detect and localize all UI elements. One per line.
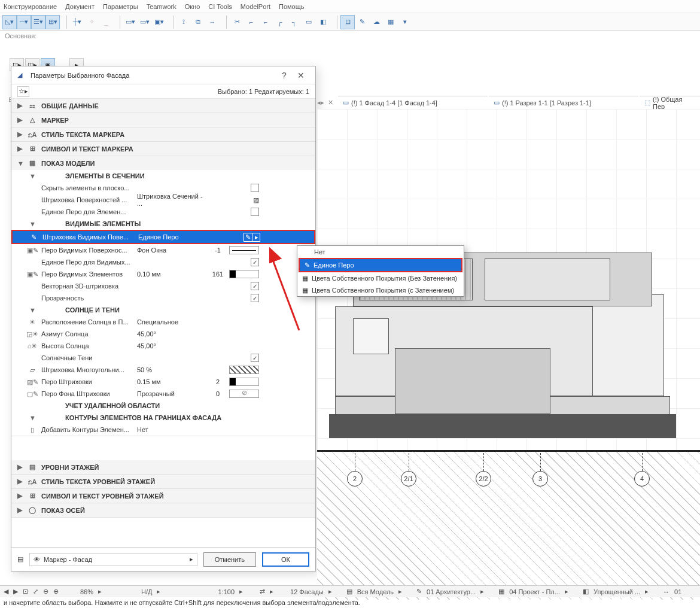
tool-expand[interactable]: ▾	[398, 15, 412, 29]
menu-teamwork[interactable]: Teamwork	[147, 3, 176, 10]
zoom-value[interactable]: 86%	[80, 588, 93, 595]
tool-angle[interactable]: ✧	[84, 15, 99, 29]
group-visible-elements[interactable]: ▼ВИДИМЫЕ ЭЛЕМЕНТЫ	[11, 218, 315, 230]
zoom-fit-icon[interactable]: ⤢	[33, 588, 38, 595]
group-boundary-contours[interactable]: ▼КОНТУРЫ ЭЛЕМЕНТОВ НА ГРАНИЦАХ ФАСАДА	[11, 412, 315, 424]
zoom-rect-icon[interactable]: ⊡	[23, 588, 28, 595]
section-story-levels[interactable]: ▶▤УРОВНИ ЭТАЖЕЙ	[11, 460, 315, 474]
tool-mod4[interactable]: ┐	[287, 15, 302, 29]
tool-grid2[interactable]: ┼▾	[70, 15, 84, 29]
row-add-contours[interactable]: ▯Добавить Контуры Элемен...Нет	[11, 424, 315, 436]
tab-expand-left[interactable]: ◂▸	[317, 99, 324, 107]
tool-snap[interactable]: ⊞▾	[45, 15, 60, 29]
menu-konstr[interactable]: Конструирование	[4, 3, 57, 10]
vector3d-cbx[interactable]: ✓	[251, 282, 259, 290]
single-pen-vis-cbx[interactable]: ✓	[251, 258, 259, 266]
section-story-symbol[interactable]: ▶⊞СИМВОЛ И ТЕКСТ УРОВНЕЙ ЭТАЖЕЙ	[11, 489, 315, 503]
tab-close-prev[interactable]: ✕	[328, 99, 333, 107]
tab-section-1-1[interactable]: ▭(!) 1 Разрез 1-1 [1 Разрез 1-1]	[489, 96, 638, 109]
menu-doc[interactable]: Документ	[65, 3, 95, 10]
nav-right-icon[interactable]: ▶	[13, 588, 18, 595]
tool-rect[interactable]: ▭▾	[123, 15, 138, 29]
popup-item-own-colors[interactable]: ▦Цвета Собственного Покрытия (Без Затене…	[297, 272, 464, 284]
status-dim[interactable]: 01	[674, 588, 681, 595]
section-marker[interactable]: ▶△МАРКЕР	[11, 113, 315, 127]
status-go[interactable]: Упрощенный ...	[594, 588, 640, 595]
tool-select[interactable]: ⊡	[340, 15, 355, 29]
section-marker-symbol[interactable]: ▶⊞СИМВОЛ И ТЕКСТ МАРКЕРА	[11, 142, 315, 156]
group-sun-shadow[interactable]: ▼СОЛНЦЕ И ТЕНИ	[11, 304, 315, 316]
popup-item-single-pen[interactable]: ✎Единое Перо	[299, 258, 462, 272]
tool-ruler[interactable]: ⧉	[191, 15, 205, 29]
row-poly-hatch[interactable]: ▱Штриховка Многоугольни...50 %	[11, 364, 315, 376]
tool-mod5[interactable]: ▭	[302, 15, 316, 29]
menu-window[interactable]: Окно	[185, 3, 200, 10]
row-visible-surf-hatch[interactable]: ✎Штриховка Видимых Пове...Единое Перо✎│▸	[11, 230, 315, 244]
tool-tape[interactable]: ↔	[205, 15, 220, 29]
tool-grid[interactable]: ☰▾	[31, 15, 45, 29]
popup-item-none[interactable]: Нет	[297, 246, 464, 258]
section-model-display[interactable]: ▼▦ПОКАЗ МОДЕЛИ	[11, 156, 315, 170]
tool-mod1[interactable]: ⌐	[244, 15, 258, 29]
row-hatch-pen[interactable]: ▨✎Перо Штриховки0.15 мм2	[11, 376, 315, 388]
row-sun-azimuth[interactable]: ◲☀Азимут Солнца45,00°	[11, 328, 315, 340]
row-surface-hatch[interactable]: Штриховка Поверхностей ...Штриховка Сече…	[11, 194, 315, 206]
status-view[interactable]: 12 Фасады	[290, 588, 324, 595]
menu-modelport[interactable]: ModelPort	[241, 3, 270, 10]
section-marker-text[interactable]: ▶⎌AСТИЛЬ ТЕКСТА МАРКЕРА	[11, 127, 315, 141]
tab-general-persp[interactable]: ⬚(!) Общая Пер	[640, 96, 700, 109]
row-hatch-bg-pen[interactable]: ▢✎Перо Фона ШтриховкиПрозрачный0	[11, 388, 315, 400]
status-nd[interactable]: Н/Д	[141, 588, 152, 595]
favorite-button[interactable]: ☆▸	[17, 86, 29, 97]
row-single-pen-visible[interactable]: Единое Перо для Видимых...✓	[11, 256, 315, 268]
scale-value[interactable]: 1:100	[218, 588, 235, 595]
tool-guide[interactable]: ⎯	[99, 15, 113, 29]
menu-citools[interactable]: CI Tools	[208, 3, 232, 10]
row-transparency[interactable]: Прозрачность✓	[11, 292, 315, 304]
row-visible-surf-pen[interactable]: ▣✎Перо Видимых Поверхнос...Фон Окна-1	[11, 244, 315, 256]
row-sun-position[interactable]: ☀Расположение Солнца в П...Специальное	[11, 316, 315, 328]
row-vector-3d[interactable]: Векторная 3D-штриховка✓	[11, 280, 315, 292]
group-section-elements[interactable]: ▼ЭЛЕМЕНТЫ В СЕЧЕНИИ	[11, 170, 315, 182]
shadows-cbx[interactable]: ✓	[251, 354, 259, 362]
status-mvo[interactable]: 04 Проект - Пл...	[509, 588, 560, 595]
ok-button[interactable]: ОК	[262, 552, 309, 567]
section-story-text-style[interactable]: ▶⎌AСТИЛЬ ТЕКСТА УРОВНЕЙ ЭТАЖЕЙ	[11, 475, 315, 488]
dialog-close-button[interactable]: ✕	[293, 69, 309, 82]
zoom-out-icon[interactable]: ⊖	[43, 588, 48, 595]
single-pen-checkbox[interactable]	[251, 208, 259, 216]
tool-show[interactable]: ▦	[384, 15, 398, 29]
row-single-pen-elem[interactable]: Единое Перо для Элемен...	[11, 206, 315, 218]
tool-mod3[interactable]: ┌	[273, 15, 287, 29]
marker-preset-picker[interactable]: 👁 Маркер - Фасад ▸	[29, 553, 197, 566]
row-hide-elements[interactable]: Скрыть элементы в плоско...	[11, 182, 315, 194]
popup-item-own-colors-shade[interactable]: ▦Цвета Собственного Покрытия (с Затенени…	[297, 284, 464, 296]
tool-mod2[interactable]: ⌐	[258, 15, 273, 29]
group-removed-area[interactable]: УЧЕТ УДАЛЕННОЙ ОБЛАСТИ	[11, 400, 315, 412]
status-model[interactable]: Вся Модель	[357, 588, 394, 595]
section-general[interactable]: ▶⚏ОБЩИЕ ДАННЫЕ	[11, 99, 315, 113]
drawing-canvas[interactable]: 2 2/1 2/2 3 4	[317, 109, 700, 584]
status-penset[interactable]: 01 Архитектур...	[427, 588, 476, 595]
tool-arrow[interactable]: ◺▾	[2, 15, 17, 29]
tool-pencil[interactable]: ✎	[355, 15, 369, 29]
pen161-swatch[interactable]	[229, 270, 259, 278]
menu-param[interactable]: Параметры	[103, 3, 138, 10]
row-visible-elem-pen[interactable]: ▣✎Перо Видимых Элементов0.10 мм161	[11, 268, 315, 280]
tool-cut[interactable]: ✂	[230, 15, 244, 29]
dropdown-icon[interactable]: ✎│▸	[244, 233, 260, 242]
zoom-in-icon[interactable]: ⊕	[53, 588, 59, 595]
hide-elem-checkbox[interactable]	[251, 184, 259, 192]
hatch-swatch[interactable]	[229, 366, 259, 374]
menu-help[interactable]: Помощь	[279, 3, 305, 10]
tool-clip[interactable]: ▣▾	[152, 15, 166, 29]
dialog-help-button[interactable]: ?	[276, 69, 293, 82]
pen2-swatch[interactable]	[229, 378, 259, 386]
pen-swatch[interactable]	[229, 246, 259, 254]
tab-facade-1-4[interactable]: ▭(!) 1 Фасад 1-4 [1 Фасад 1-4]	[338, 96, 488, 109]
tool-cloud[interactable]: ☁	[369, 15, 384, 29]
cancel-button[interactable]: Отменить	[203, 552, 256, 567]
tool-line[interactable]: ─▾	[17, 15, 31, 29]
row-sun-shadows[interactable]: Солнечные Тени✓	[11, 352, 315, 364]
trans-swatch[interactable]	[229, 390, 259, 398]
